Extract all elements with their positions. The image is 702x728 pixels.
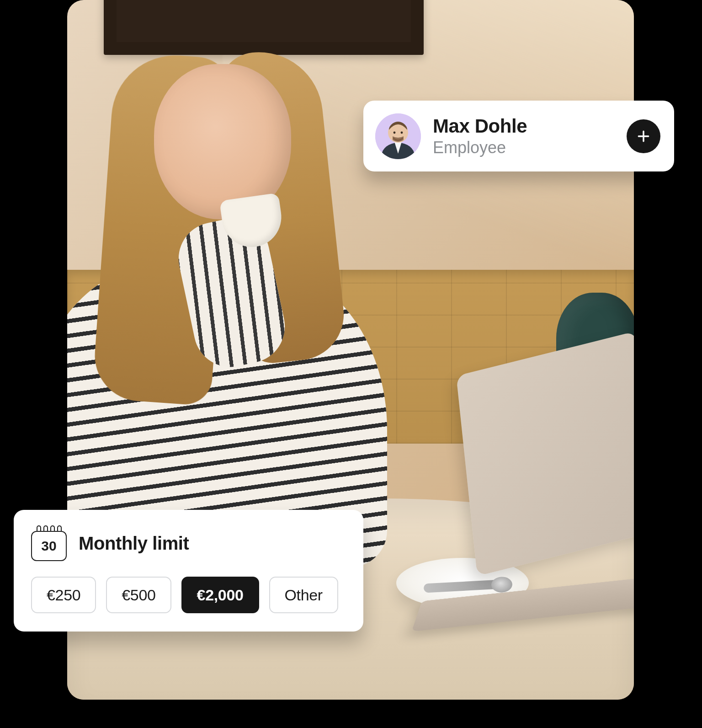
- monthly-limit-title: Monthly limit: [79, 533, 189, 554]
- limit-option-2000[interactable]: €2,000: [181, 577, 259, 613]
- monthly-limit-card: 30 Monthly limit €250 €500 €2,000 Other: [14, 510, 363, 632]
- avatar: [375, 113, 421, 159]
- limit-option-250[interactable]: €250: [31, 577, 96, 613]
- svg-point-4: [401, 131, 403, 134]
- employee-card[interactable]: Max Dohle Employee: [363, 101, 674, 171]
- calendar-day: 30: [31, 531, 67, 561]
- plus-icon: [636, 129, 651, 144]
- limit-option-other[interactable]: Other: [269, 577, 338, 613]
- employee-name: Max Dohle: [433, 116, 615, 137]
- limit-option-500[interactable]: €500: [106, 577, 171, 613]
- calendar-icon: 30: [31, 525, 67, 561]
- employee-role: Employee: [433, 139, 615, 157]
- svg-point-3: [394, 131, 396, 134]
- add-button[interactable]: [627, 119, 660, 153]
- monthly-limit-header: 30 Monthly limit: [31, 525, 346, 561]
- employee-text: Max Dohle Employee: [433, 116, 615, 157]
- monthly-limit-options: €250 €500 €2,000 Other: [31, 577, 346, 613]
